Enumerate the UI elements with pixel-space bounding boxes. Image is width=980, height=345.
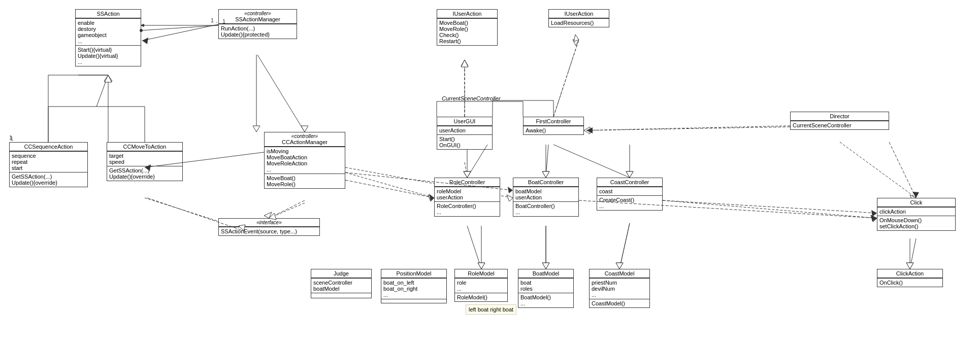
svg-line-72 bbox=[586, 127, 790, 130]
svg-marker-17 bbox=[584, 127, 590, 134]
svg-line-76 bbox=[546, 145, 548, 178]
svg-marker-37 bbox=[906, 263, 913, 269]
svg-line-38 bbox=[840, 142, 916, 198]
svg-marker-97 bbox=[871, 210, 877, 217]
svg-line-14 bbox=[553, 40, 579, 117]
svg-line-61 bbox=[269, 200, 305, 218]
svg-marker-23 bbox=[626, 171, 633, 178]
svg-marker-73 bbox=[586, 127, 593, 133]
ssaction-attrs: enable destory gameobject ... bbox=[76, 18, 141, 45]
svg-line-78 bbox=[553, 145, 630, 178]
svg-line-96 bbox=[663, 200, 877, 213]
director-class: Director CurrentSceneController bbox=[790, 112, 889, 130]
svg-marker-83 bbox=[542, 263, 549, 269]
clickaction-class: ClickAction OnClick() bbox=[877, 269, 943, 287]
coastmodel-class: CoastModel priestNum devilNum ... CoastM… bbox=[589, 269, 650, 308]
usergui-class: UserGUI userAction Start() OnGUI() bbox=[437, 117, 493, 150]
svg-line-28 bbox=[619, 223, 630, 269]
ssactionmanager-class: «controller» SSActionManager RunAction(.… bbox=[218, 9, 297, 39]
svg-text:1: 1 bbox=[211, 17, 214, 23]
svg-marker-79 bbox=[626, 171, 633, 178]
svg-marker-77 bbox=[542, 171, 549, 178]
ccsequenceaction-class: CCSequenceAction sequence repeat start G… bbox=[9, 142, 88, 187]
svg-marker-19 bbox=[464, 171, 471, 178]
svg-marker-99 bbox=[871, 215, 877, 222]
uml-diagram: 1 1 SSAction enable destory gameobject .… bbox=[0, 0, 980, 345]
boatcontroller-class: BoatController boatModel userAction Boat… bbox=[513, 178, 579, 217]
svg-line-16 bbox=[584, 126, 790, 130]
ccactionmanager-class: «controller» CCActionManager isMoving Mo… bbox=[264, 132, 345, 189]
svg-line-67 bbox=[553, 40, 579, 117]
svg-line-94 bbox=[889, 142, 916, 198]
note-left-right-boat: left boat right boat bbox=[466, 304, 516, 315]
rolemodel-class: RoleModel role ... RoleModel() bbox=[454, 269, 508, 302]
rolecontroller-class: RoleController roleModel userAction Role… bbox=[434, 178, 500, 217]
svg-line-30 bbox=[345, 172, 434, 198]
svg-line-86 bbox=[345, 180, 434, 198]
iuseraction-left-class: IUserAction MoveBoat() MoveRole() Check(… bbox=[437, 9, 498, 46]
svg-marker-95 bbox=[912, 192, 919, 198]
svg-marker-85 bbox=[616, 263, 623, 269]
ssaction-title: SSAction bbox=[76, 10, 141, 18]
svg-marker-93 bbox=[906, 263, 913, 269]
svg-line-34 bbox=[465, 162, 467, 178]
svg-text:1: 1 bbox=[9, 134, 12, 141]
svg-marker-27 bbox=[542, 263, 549, 269]
svg-marker-66 bbox=[461, 60, 468, 67]
svg-marker-47 bbox=[142, 38, 148, 44]
ccmovetoaction-class: CCMoveToAction target speed GetSSAction(… bbox=[107, 142, 183, 181]
svg-marker-7 bbox=[253, 126, 260, 132]
svg-line-36 bbox=[910, 238, 916, 269]
boatmodel-class: BoatModel boat roles BoatModel() ... bbox=[518, 269, 574, 308]
svg-marker-68 bbox=[574, 34, 579, 42]
svg-marker-75 bbox=[464, 171, 471, 178]
svg-marker-13 bbox=[461, 60, 468, 66]
svg-marker-21 bbox=[542, 171, 549, 178]
svg-marker-89 bbox=[508, 187, 513, 193]
svg-marker-58 bbox=[105, 75, 112, 82]
current-scene-controller-label: CurrentSceneController bbox=[442, 95, 501, 101]
svg-line-84 bbox=[619, 223, 630, 269]
svg-line-40 bbox=[663, 200, 877, 218]
svg-line-59 bbox=[257, 55, 305, 132]
svg-marker-81 bbox=[478, 263, 485, 269]
svg-marker-4 bbox=[104, 75, 112, 81]
coastcontroller-class: CoastController coast CreateCoast() ... bbox=[597, 178, 663, 211]
click-class: Click clickAction OnMouseDown() setClick… bbox=[877, 198, 956, 231]
svg-marker-87 bbox=[429, 194, 434, 201]
svg-line-46 bbox=[142, 24, 218, 41]
ssaction-methods: Start(){virtual} Update(){virtual} ... bbox=[76, 45, 141, 66]
iuseraction-right-class: IUserAction LoadResources() bbox=[548, 9, 609, 27]
svg-line-51 bbox=[141, 25, 218, 30]
svg-marker-33 bbox=[507, 195, 513, 201]
svg-marker-29 bbox=[616, 263, 623, 269]
svg-line-80 bbox=[467, 226, 481, 269]
svg-marker-31 bbox=[428, 195, 434, 201]
svg-marker-35 bbox=[464, 171, 471, 178]
ssactionevent-interface: «interface» SSActionEvent(source, type..… bbox=[218, 218, 320, 236]
ssaction-class: SSAction enable destory gameobject ... S… bbox=[75, 9, 141, 66]
svg-line-8 bbox=[269, 203, 305, 218]
ssactionmanager-title: «controller» SSActionManager bbox=[219, 10, 297, 24]
svg-marker-25 bbox=[478, 263, 485, 269]
firstcontroller-class: FirstController Awake() bbox=[523, 117, 584, 135]
positionmodel-class: PositionModel boat_on_left boat_on_right… bbox=[381, 269, 447, 303]
ssactionmanager-methods: RunAction(...) Update(){protected} bbox=[219, 24, 297, 39]
svg-marker-60 bbox=[301, 126, 308, 132]
svg-line-57 bbox=[96, 75, 108, 107]
svg-marker-9 bbox=[264, 212, 272, 218]
svg-marker-41 bbox=[871, 215, 877, 222]
svg-marker-15 bbox=[573, 40, 579, 46]
svg-text:.: . bbox=[216, 17, 218, 24]
svg-text:1: 1 bbox=[10, 135, 13, 142]
judge-class: Judge sceneController boatModel bbox=[311, 269, 372, 298]
